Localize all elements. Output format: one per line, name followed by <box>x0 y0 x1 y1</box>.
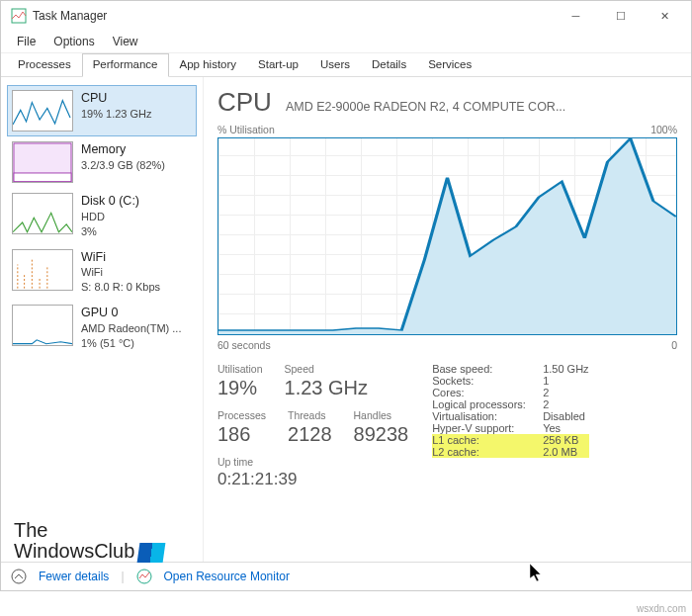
maximize-button[interactable]: ☐ <box>598 2 643 30</box>
app-icon <box>11 8 27 24</box>
windowsclub-logo-icon <box>137 543 166 563</box>
tab-performance[interactable]: Performance <box>82 53 169 77</box>
watermark: The WindowsClub <box>14 520 164 563</box>
stat-threads: 2128 <box>288 423 332 446</box>
titlebar[interactable]: Task Manager ─ ☐ ✕ <box>1 1 691 31</box>
spec-l1-cache: 256 KB <box>543 434 578 446</box>
menu-file[interactable]: File <box>9 33 43 50</box>
sidebar-item-disk[interactable]: Disk 0 (C:)HDD3% <box>7 188 197 244</box>
spec-sockets: 1 <box>543 375 549 387</box>
cpu-specs: Base speed:1.50 GHz Sockets:1 Cores:2 Lo… <box>432 363 588 489</box>
chart-x-right: 0 <box>671 339 677 351</box>
sidebar-item-memory[interactable]: Memory3.2/3.9 GB (82%) <box>7 136 197 188</box>
gpu-label: GPU 0 <box>81 305 181 321</box>
page-title: CPU <box>217 87 272 118</box>
minimize-button[interactable]: ─ <box>554 2 598 30</box>
performance-detail: CPU AMD E2-9000e RADEON R2, 4 COMPUTE CO… <box>204 77 691 562</box>
menubar: File Options View <box>1 31 691 53</box>
tab-app-history[interactable]: App history <box>169 53 248 76</box>
tab-strip: Processes Performance App history Start-… <box>1 53 691 77</box>
chart-y-label: % Utilisation <box>217 124 275 135</box>
cpu-summary: 19% 1.23 GHz <box>81 107 152 122</box>
stat-speed: 1.23 GHz <box>285 377 368 399</box>
tab-users[interactable]: Users <box>309 53 361 76</box>
memory-summary: 3.2/3.9 GB (82%) <box>81 158 165 173</box>
cpu-label: CPU <box>81 90 152 107</box>
spec-logical: 2 <box>543 398 549 410</box>
resource-monitor-icon <box>136 569 152 584</box>
performance-sidebar: CPU19% 1.23 GHz Memory3.2/3.9 GB (82%) D… <box>1 77 204 562</box>
sidebar-item-gpu[interactable]: GPU 0AMD Radeon(TM) ...1% (51 °C) <box>7 300 197 356</box>
spec-virtualisation: Disabled <box>543 410 585 422</box>
site-reference: wsxdn.com <box>637 603 686 614</box>
tab-details[interactable]: Details <box>361 53 417 76</box>
chevron-up-icon <box>11 569 27 584</box>
utilisation-chart <box>217 137 677 335</box>
spec-l2-cache: 2.0 MB <box>543 446 577 458</box>
spec-cores: 2 <box>543 387 549 398</box>
svg-rect-2 <box>14 173 71 182</box>
open-resource-monitor-link[interactable]: Open Resource Monitor <box>164 570 290 583</box>
close-button[interactable]: ✕ <box>643 2 687 30</box>
svg-marker-8 <box>218 138 676 334</box>
sidebar-item-cpu[interactable]: CPU19% 1.23 GHz <box>7 85 197 136</box>
menu-view[interactable]: View <box>105 33 146 50</box>
svg-rect-0 <box>12 9 26 23</box>
chart-y-max: 100% <box>650 124 677 135</box>
window-title: Task Manager <box>33 9 107 23</box>
wifi-label: WiFi <box>81 249 160 266</box>
tab-start-up[interactable]: Start-up <box>247 53 309 76</box>
menu-options[interactable]: Options <box>45 33 102 50</box>
tab-services[interactable]: Services <box>417 53 482 76</box>
svg-point-9 <box>12 570 26 583</box>
fewer-details-link[interactable]: Fewer details <box>39 570 109 583</box>
stat-utilisation: 19% <box>217 377 263 399</box>
cpu-model: AMD E2-9000e RADEON R2, 4 COMPUTE COR... <box>286 100 677 114</box>
task-manager-window: Task Manager ─ ☐ ✕ File Options View Pro… <box>0 0 692 591</box>
spec-hyperv: Yes <box>543 422 561 434</box>
spec-base-speed: 1.50 GHz <box>543 363 588 375</box>
stat-handles: 89238 <box>354 423 409 446</box>
stat-processes: 186 <box>217 423 266 446</box>
stat-uptime: 0:21:21:39 <box>217 470 408 489</box>
memory-label: Memory <box>81 141 165 158</box>
sidebar-item-wifi[interactable]: WiFiWiFiS: 8.0 R: 0 Kbps <box>7 244 197 301</box>
disk-label: Disk 0 (C:) <box>81 193 139 210</box>
tab-processes[interactable]: Processes <box>7 53 82 76</box>
footer: Fewer details | Open Resource Monitor <box>1 562 691 590</box>
chart-x-left: 60 seconds <box>217 339 271 351</box>
